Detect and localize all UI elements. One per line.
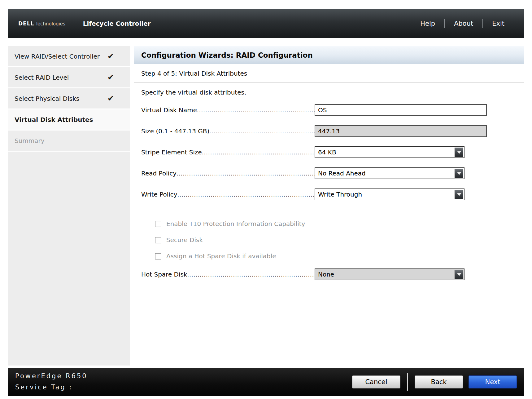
dotted-leader <box>177 170 315 177</box>
dotted-leader <box>187 271 315 278</box>
dotted-leader <box>202 149 315 156</box>
dotted-leader <box>177 191 315 198</box>
about-link[interactable]: About <box>445 20 482 27</box>
checkmark-icon: ✔ <box>107 73 114 82</box>
write-policy-dropdown[interactable]: Write Through <box>315 188 464 200</box>
sidebar-item-virtual-disk-attributes[interactable]: Virtual Disk Attributes <box>8 109 130 131</box>
size-label: Size (0.1 - 447.13 GB) <box>141 127 209 135</box>
dropdown-arrow-icon[interactable] <box>455 169 463 178</box>
assign-hot-spare-checkbox[interactable] <box>155 253 161 259</box>
dotted-leader <box>209 128 315 135</box>
dropdown-arrow-icon <box>455 270 463 279</box>
hot-spare-disk-label: Hot Spare Disk <box>141 271 187 278</box>
system-info: PowerEdge R650 Service Tag : <box>15 371 88 393</box>
assign-hot-spare-row[interactable]: Assign a Hot Spare Disk if available <box>155 252 517 260</box>
bottom-bar: PowerEdge R650 Service Tag : Cancel Back… <box>8 368 524 396</box>
wizard-navigation-buttons: Cancel Back Next <box>352 373 517 391</box>
system-model: PowerEdge R650 <box>15 371 88 382</box>
dell-technologies-logo: DELL Technologies <box>18 20 65 27</box>
cancel-button[interactable]: Cancel <box>352 375 400 388</box>
wizard-steps-sidebar: View RAID/Select Controller ✔ Select RAI… <box>8 46 130 366</box>
enable-t10-protection-checkbox[interactable] <box>155 221 161 227</box>
write-policy-value: Write Through <box>318 191 362 198</box>
help-link[interactable]: Help <box>411 20 444 27</box>
size-row: Size (0.1 - 447.13 GB) <box>141 125 517 137</box>
virtual-disk-name-row: Virtual Disk Name <box>141 104 517 116</box>
secure-disk-row[interactable]: Secure Disk <box>155 236 517 244</box>
dotted-leader <box>197 107 315 113</box>
secure-disk-checkbox[interactable] <box>155 237 161 243</box>
virtual-disk-attributes-form: Virtual Disk Name Size (0.1 - 447.13 GB)… <box>134 97 524 280</box>
read-policy-value: No Read Ahead <box>318 170 366 177</box>
size-input <box>315 125 487 137</box>
sidebar-item-summary: Summary <box>8 131 130 152</box>
step-indicator: Step 4 of 5: Virtual Disk Attributes <box>134 64 524 82</box>
content-header: Configuration Wizards: RAID Configuratio… <box>134 46 524 64</box>
checkmark-icon: ✔ <box>107 52 114 61</box>
app-window: DELL Technologies Lifecycle Controller H… <box>0 0 532 399</box>
dell-logo-subtext: Technologies <box>35 21 65 27</box>
sidebar-item-label: Select Physical Disks <box>15 95 79 102</box>
secure-disk-label: Secure Disk <box>166 236 203 244</box>
sidebar-item-select-physical-disks[interactable]: Select Physical Disks ✔ <box>8 88 130 109</box>
write-policy-label: Write Policy <box>141 191 177 198</box>
exit-link[interactable]: Exit <box>483 20 514 27</box>
footer-button-divider <box>407 373 408 391</box>
stripe-element-size-dropdown[interactable]: 64 KB <box>315 146 464 158</box>
next-button[interactable]: Next <box>469 375 517 388</box>
stripe-element-size-label: Stripe Element Size <box>141 149 202 156</box>
dropdown-arrow-icon[interactable] <box>455 148 463 157</box>
checkmark-icon: ✔ <box>107 94 114 103</box>
assign-hot-spare-label: Assign a Hot Spare Disk if available <box>166 252 276 260</box>
read-policy-dropdown[interactable]: No Read Ahead <box>315 167 464 179</box>
app-title: Lifecycle Controller <box>83 20 151 27</box>
read-policy-row: Read Policy No Read Ahead <box>141 167 517 179</box>
stripe-element-size-value: 64 KB <box>318 149 336 156</box>
instruction-text: Specify the virtual disk attributes. <box>134 82 524 97</box>
enable-t10-protection-label: Enable T10 Protection Information Capabi… <box>166 220 305 228</box>
hot-spare-disk-value: None <box>318 271 334 278</box>
sidebar-item-label: Virtual Disk Attributes <box>15 116 93 123</box>
sidebar-item-label: View RAID/Select Controller <box>15 53 100 60</box>
page-title: Configuration Wizards: RAID Configuratio… <box>141 51 313 59</box>
sidebar-item-label: Summary <box>15 137 45 144</box>
read-policy-label: Read Policy <box>141 170 177 177</box>
topbar-links: Help About Exit <box>411 19 514 28</box>
sidebar-item-view-raid-select-controller[interactable]: View RAID/Select Controller ✔ <box>8 46 130 67</box>
sidebar-item-label: Select RAID Level <box>15 74 69 81</box>
stripe-element-size-row: Stripe Element Size 64 KB <box>141 146 517 158</box>
enable-t10-protection-row[interactable]: Enable T10 Protection Information Capabi… <box>155 220 517 228</box>
hot-spare-disk-dropdown: None <box>315 268 464 280</box>
top-bar: DELL Technologies Lifecycle Controller H… <box>8 9 524 38</box>
sidebar-filler <box>8 152 130 366</box>
virtual-disk-name-input[interactable] <box>315 104 487 116</box>
dell-logo-text: DELL <box>18 20 34 27</box>
back-button[interactable]: Back <box>415 375 463 388</box>
content-panel: Configuration Wizards: RAID Configuratio… <box>134 46 524 366</box>
sidebar-item-select-raid-level[interactable]: Select RAID Level ✔ <box>8 67 130 88</box>
virtual-disk-name-label: Virtual Disk Name <box>141 106 197 114</box>
service-tag: Service Tag : <box>15 382 88 393</box>
topbar-divider <box>74 17 74 30</box>
main-area: View RAID/Select Controller ✔ Select RAI… <box>8 46 524 366</box>
dropdown-arrow-icon[interactable] <box>455 190 463 199</box>
hot-spare-disk-row: Hot Spare Disk None <box>141 268 517 280</box>
option-checkboxes: Enable T10 Protection Information Capabi… <box>141 220 517 260</box>
write-policy-row: Write Policy Write Through <box>141 188 517 200</box>
